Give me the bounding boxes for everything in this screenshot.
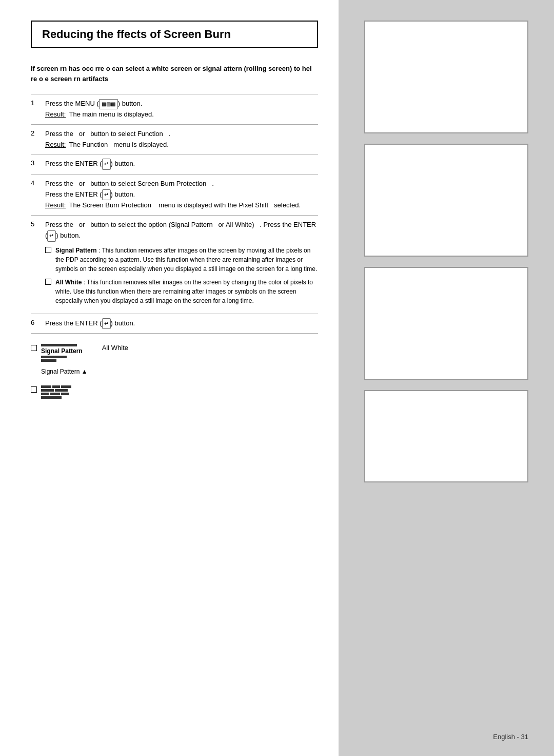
all-white-text: All White: [102, 344, 128, 352]
step-number-4: 4: [31, 179, 40, 211]
main-content: Reducing the ffects of Screen Burn If sc…: [0, 0, 339, 756]
step-number-2: 2: [31, 129, 40, 150]
bullet-box-signal: [45, 247, 51, 253]
step-content-5: Press the or button to select the option…: [45, 220, 318, 309]
step-row-5: 5 Press the or button to select the opti…: [31, 215, 318, 313]
menu-symbol: ▩▩▩: [99, 99, 118, 109]
page-number: English - 31: [493, 733, 528, 741]
page-footer: English - 31: [493, 733, 528, 741]
step-row-2: 2 Press the or button to select Function…: [31, 124, 318, 154]
diagram-section: Signal Pattern All White Signal Pattern …: [31, 344, 318, 399]
title-box: Reducing the ffects of Screen Burn: [31, 21, 318, 48]
step-instruction-6: Press the ENTER (↵) button.: [45, 318, 318, 329]
signal-pattern-text-1: Signal Pattern: [41, 347, 83, 355]
step-instruction-4a: Press the or button to select Screen Bur…: [45, 179, 318, 189]
sidebar-image-1: [364, 21, 528, 133]
step-content-1: Press the MENU (▩▩▩) button. Result: The…: [45, 99, 318, 120]
step-number-1: 1: [31, 99, 40, 120]
result-text-4: The Screen Burn Protection menu is displ…: [69, 200, 301, 211]
allwhite-label: All White: [102, 344, 128, 352]
bullet-item-white: All White : This function removes after …: [45, 278, 318, 305]
result-label-1: Result:: [45, 109, 66, 120]
step-instruction-3: Press the ENTER (↵) button.: [45, 159, 318, 170]
step-number-5: 5: [31, 220, 40, 309]
step-instruction-1: Press the MENU (▩▩▩) button.: [45, 99, 318, 109]
signal-pattern-arrow-label: Signal Pattern ▲: [41, 368, 128, 375]
result-text-1: The main menu is displayed.: [69, 109, 153, 120]
bullet-box-white: [45, 279, 51, 285]
result-line-2: Result: The Function menu is displayed.: [45, 140, 318, 150]
step-row-6: 6 Press the ENTER (↵) button.: [31, 314, 318, 334]
sidebar-image-2: [364, 144, 528, 257]
step-instruction-4b: Press the ENTER (↵) button.: [45, 189, 318, 201]
step-instruction-2: Press the or button to select Function .: [45, 129, 318, 140]
bullet-text-signal: Signal Pattern : This function removes a…: [55, 246, 318, 274]
result-label-4: Result:: [45, 200, 66, 211]
result-line-4: Result: The Screen Burn Protection menu …: [45, 200, 318, 211]
steps-table: 1 Press the MENU (▩▩▩) button. Result: T…: [31, 94, 318, 334]
step-row-3: 3 Press the ENTER (↵) button.: [31, 154, 318, 174]
diagram-box-2: [31, 386, 37, 393]
enter-symbol-4: ↵: [102, 189, 111, 201]
result-text-2: The Function menu is displayed.: [69, 140, 168, 150]
page-title: Reducing the ffects of Screen Burn: [42, 28, 231, 41]
step-row-1: 1 Press the MENU (▩▩▩) button. Result: T…: [31, 94, 318, 124]
step-content-6: Press the ENTER (↵) button.: [45, 318, 318, 329]
diagram-desc-2: [41, 385, 71, 399]
step-instruction-5: Press the or button to select the option…: [45, 220, 318, 241]
diagram-inline: Signal Pattern All White Signal Pattern …: [31, 344, 318, 399]
enter-symbol-5: ↵: [47, 230, 56, 242]
diagram-desc-1: Signal Pattern: [41, 344, 83, 362]
step-number-6: 6: [31, 318, 40, 329]
bullet-item-signal: Signal Pattern : This function removes a…: [45, 246, 318, 274]
step-row-4: 4 Press the or button to select Screen B…: [31, 174, 318, 215]
diagram-left: Signal Pattern All White Signal Pattern …: [31, 344, 128, 399]
bullet-text-white: All White : This function removes after …: [55, 278, 318, 305]
enter-symbol-3: ↵: [102, 159, 111, 170]
step-content-4: Press the or button to select Screen Bur…: [45, 179, 318, 211]
sidebar: [339, 0, 554, 756]
sidebar-image-3: [364, 267, 528, 380]
step-number-3: 3: [31, 159, 40, 170]
diagram-row-1: Signal Pattern All White: [31, 344, 128, 362]
result-label-2: Result:: [45, 140, 66, 150]
diagram-row-2: [31, 385, 128, 399]
step-content-2: Press the or button to select Function .…: [45, 129, 318, 150]
intro-text: If screen rn has occ rre o can select a …: [31, 64, 318, 84]
step-content-3: Press the ENTER (↵) button.: [45, 159, 318, 170]
enter-symbol-6: ↵: [102, 318, 111, 329]
result-line-1: Result: The main menu is displayed.: [45, 109, 318, 120]
diagram-box-1: [31, 345, 37, 351]
sidebar-image-4: [364, 390, 528, 482]
